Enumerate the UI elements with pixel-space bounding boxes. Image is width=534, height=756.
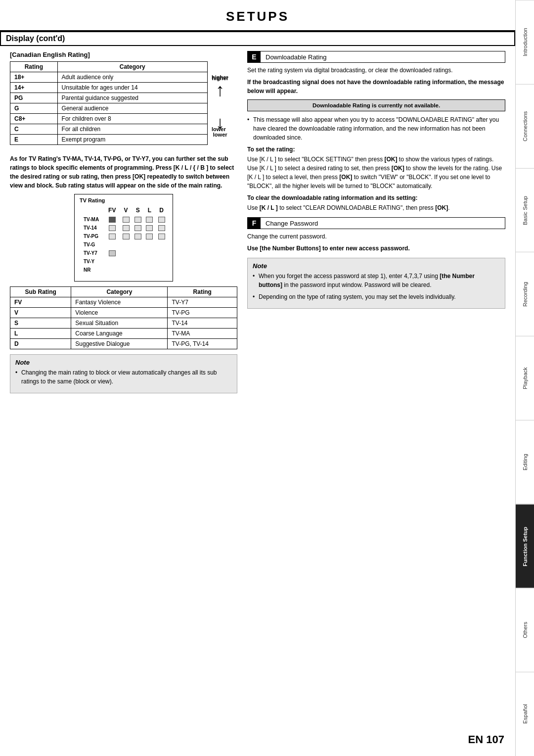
note-bullet: Changing the main rating to block or vie… [15, 368, 232, 386]
sub-rating-col-header: Rating [168, 287, 237, 297]
note-box-right: Note When you forget the access password… [247, 258, 505, 309]
table-row: S [10, 318, 71, 329]
section-e-bullet1: This message will also appear when you t… [247, 115, 505, 142]
table-row: Sexual Situation [71, 318, 168, 329]
table-row: E [10, 135, 58, 145]
table-row: L [10, 329, 71, 339]
to-set-text: Use [K / L ] to select "BLOCK SETTING" t… [247, 155, 505, 190]
page-footer: EN 107 [468, 733, 504, 746]
canadian-english-title: [Canadian English Rating] [10, 51, 237, 58]
sidebar-item-español[interactable]: Español [516, 672, 534, 756]
table-row: G [10, 103, 58, 114]
sidebar-item-connections[interactable]: Connections [516, 84, 534, 168]
note-bullet: When you forget the access password at s… [253, 272, 500, 289]
section-e-header: E Downloadable Rating [247, 51, 505, 63]
sidebar-item-basic-setup[interactable]: Basic Setup [516, 168, 534, 252]
sidebar-item-editing[interactable]: Editing [516, 420, 534, 504]
down-arrow-icon: ↓ [216, 114, 224, 132]
section-header: Display (cont'd) [0, 31, 515, 46]
section-e-bold-para: If the broadcasting signal does not have… [247, 78, 505, 95]
table-row: V [10, 308, 71, 318]
note-title-left: Note [15, 359, 232, 366]
table-row: TV-MA [168, 329, 237, 339]
side-tabs: IntroductionConnectionsBasic SetupRecord… [515, 0, 534, 756]
lower-label: lower [213, 132, 227, 138]
section-f-letter: F [248, 218, 261, 229]
table-row: PG [10, 93, 58, 103]
table-row: C8+ [10, 114, 58, 124]
table-row: Coarse Language [71, 329, 168, 339]
sidebar-item-recording[interactable]: Recording [516, 252, 534, 336]
table-row: TV-PG [168, 308, 237, 318]
table-row: D [10, 339, 71, 349]
col-header-category: Category [57, 62, 207, 72]
sub-category-header: Category [71, 287, 168, 297]
to-clear-heading: To clear the downloadable rating informa… [247, 194, 505, 201]
section-e-letter: E [248, 51, 261, 62]
table-row: Violence [71, 308, 168, 318]
note-title-right: Note [253, 262, 500, 270]
table-row: TV-14 [168, 318, 237, 329]
note-bullet: Depending on the type of rating system, … [253, 292, 500, 301]
sidebar-item-function-setup[interactable]: Function Setup [516, 504, 534, 588]
table-row: 14+ [10, 83, 58, 93]
table-row: C [10, 124, 58, 135]
table-row: TV-PG, TV-14 [168, 339, 237, 349]
to-set-heading: To set the rating: [247, 146, 505, 153]
section-f-para1: Change the current password. [247, 232, 505, 241]
tv-rating-box: TV Rating FV V S L D [74, 194, 173, 282]
note-box-left: Note Changing the main rating to block o… [10, 354, 237, 393]
up-arrow-icon: ↑ [216, 81, 224, 99]
sidebar-item-others[interactable]: Others [516, 588, 534, 672]
table-row: FV [10, 297, 71, 308]
section-f-label: Change Password [261, 218, 323, 229]
warning-box: Downloadable Rating is currently not ava… [247, 99, 505, 111]
tv-rating-title: TV Rating [80, 197, 168, 203]
col-header-rating: Rating [10, 62, 58, 72]
sidebar-item-playback[interactable]: Playback [516, 336, 534, 420]
table-row: 18+ [10, 72, 58, 83]
table-row: Fantasy Violence [71, 297, 168, 308]
sub-rating-table: Sub Rating Category Rating FVFantasy Vio… [10, 286, 237, 349]
page-title: SETUPS [0, 0, 515, 31]
bold-paragraph: As for TV Rating's TV-MA, TV-14, TV-PG, … [10, 154, 237, 190]
section-f-bold-heading: Use [the Number Buttons] to enter new ac… [247, 244, 505, 253]
table-row: TV-Y7 [168, 297, 237, 308]
canadian-english-table: Rating Category 18+Adult audience onlyhi… [10, 61, 237, 145]
sub-rating-header: Sub Rating [10, 287, 71, 297]
section-f-header: F Change Password [247, 217, 505, 229]
section-e-para1: Set the rating system via digital broadc… [247, 66, 505, 75]
to-clear-text: Use [K / L ] to select "CLEAR DOWNLOADAB… [247, 203, 505, 212]
table-row: Suggestive Dialogue [71, 339, 168, 349]
sidebar-item-introduction[interactable]: Introduction [516, 0, 534, 84]
section-e-label: Downloadable Rating [261, 51, 332, 62]
